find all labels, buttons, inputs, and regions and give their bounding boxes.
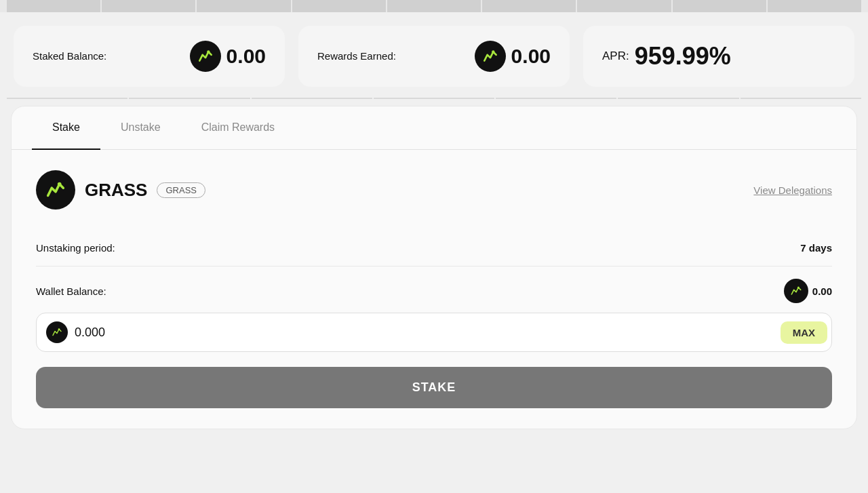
amount-input-row: MAX (36, 313, 832, 352)
tab-claim-rewards[interactable]: Claim Rewards (181, 106, 295, 150)
rewards-earned-value: 0.00 (475, 41, 551, 72)
main-card: Stake Unstake Claim Rewards GRASS GRASS … (11, 106, 857, 429)
token-row: GRASS GRASS View Delegations (36, 170, 832, 210)
tab-unstake[interactable]: Unstake (100, 106, 181, 150)
svg-point-4 (58, 328, 60, 330)
tab-stake[interactable]: Stake (32, 106, 100, 150)
unstaking-period-label: Unstaking period: (36, 242, 115, 254)
token-info: GRASS GRASS (36, 170, 205, 210)
staked-balance-card: Staked Balance: 0.00 (14, 26, 285, 87)
wallet-balance-label: Wallet Balance: (36, 285, 106, 297)
token-logo (36, 170, 75, 210)
stats-row: Staked Balance: 0.00 Rewards Earned: (0, 12, 868, 87)
input-grass-icon (46, 321, 68, 343)
wallet-grass-icon (784, 279, 808, 303)
staked-balance-label: Staked Balance: (33, 50, 106, 63)
token-badge: GRASS (157, 182, 205, 198)
wallet-balance-row: Wallet Balance: 0.00 (36, 267, 832, 313)
stake-button[interactable]: STAKE (36, 367, 832, 408)
unstaking-period-value: 7 days (800, 242, 832, 254)
rewards-earned-label: Rewards Earned: (317, 50, 396, 63)
svg-point-1 (492, 50, 494, 53)
unstaking-period-row: Unstaking period: 7 days (36, 230, 832, 267)
svg-point-2 (58, 182, 62, 186)
tabs: Stake Unstake Claim Rewards (12, 106, 856, 150)
max-button[interactable]: MAX (781, 321, 827, 344)
card-body: GRASS GRASS View Delegations Unstaking p… (12, 150, 856, 429)
apr-card: APR: 959.99% (583, 26, 854, 87)
rewards-earned-card: Rewards Earned: 0.00 (298, 26, 570, 87)
amount-input[interactable] (75, 326, 781, 340)
rewards-grass-icon (475, 41, 506, 72)
view-delegations-link[interactable]: View Delegations (753, 184, 832, 196)
staked-balance-value: 0.00 (190, 41, 266, 72)
wallet-balance-value: 0.00 (784, 279, 832, 303)
apr-label: APR: (602, 50, 629, 63)
apr-value: 959.99% (635, 42, 731, 71)
svg-point-3 (797, 287, 800, 289)
staked-grass-icon (190, 41, 221, 72)
svg-point-0 (207, 50, 210, 53)
token-name: GRASS (85, 180, 147, 201)
